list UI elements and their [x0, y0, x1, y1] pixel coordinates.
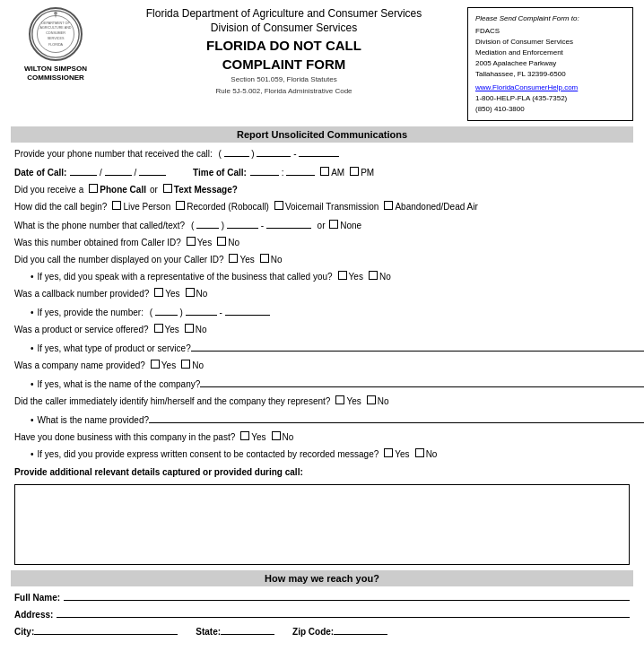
- callback-area[interactable]: [155, 305, 178, 316]
- row-additional-label: Provide additional relevant details capt…: [14, 466, 630, 479]
- statute1: Section 501.059, Florida Statutes: [108, 75, 460, 83]
- website-link[interactable]: www.FloridaConsumerHelp.com: [475, 83, 578, 91]
- did-call-no-checkbox[interactable]: [260, 254, 269, 263]
- speak-no-checkbox[interactable]: [369, 271, 378, 280]
- bullet-name: •: [30, 414, 34, 427]
- recorded-checkbox[interactable]: [176, 201, 185, 210]
- company-yes-checkbox[interactable]: [151, 360, 160, 369]
- row-full-name: Full Name:: [14, 590, 630, 603]
- section2-bar: How may we reach you?: [11, 570, 633, 586]
- statute2: Rule 5J-5.002, Florida Administrative Co…: [108, 87, 460, 95]
- company-no-checkbox[interactable]: [181, 360, 190, 369]
- svg-text:FLORIDA: FLORIDA: [48, 43, 64, 47]
- bullet-company: •: [30, 378, 34, 391]
- row-callback: Was a callback number provided? Yes No: [14, 288, 630, 300]
- provide-phone-label: Provide your phone number that received …: [14, 148, 213, 161]
- address-input[interactable]: [57, 607, 630, 618]
- seal-svg-graphic: DEPARTMENT OF AGRICULTURE AND CONSUMER S…: [30, 9, 81, 59]
- svg-point-8: [54, 12, 57, 15]
- callback-no-checkbox[interactable]: [186, 288, 195, 297]
- abandoned-label: Abandoned/Dead Air: [395, 201, 477, 213]
- phone-prefix[interactable]: [257, 146, 291, 157]
- date-label: Date of Call:: [14, 167, 66, 179]
- did-call-no-label: No: [271, 254, 283, 266]
- svg-text:SERVICES: SERVICES: [48, 37, 65, 40]
- full-name-label: Full Name:: [14, 593, 60, 603]
- date-day[interactable]: [105, 165, 132, 176]
- none-checkbox[interactable]: [329, 220, 338, 229]
- company-name-input[interactable]: [200, 377, 644, 387]
- speak-yes-checkbox[interactable]: [338, 271, 347, 280]
- phone-call-checkbox[interactable]: [89, 184, 98, 193]
- product-type-input[interactable]: [191, 341, 644, 352]
- product-yes-checkbox[interactable]: [154, 324, 163, 333]
- date-year[interactable]: [139, 165, 166, 176]
- consent-no-checkbox[interactable]: [415, 448, 424, 457]
- receive-label: Did you receive a: [14, 184, 83, 196]
- voicemail-checkbox[interactable]: [274, 201, 283, 210]
- name-provided-input[interactable]: [149, 412, 644, 423]
- if-yes-speak-label: If yes, did you speak with a representat…: [38, 271, 333, 283]
- text-message-checkbox[interactable]: [163, 184, 172, 193]
- pm-checkbox[interactable]: [350, 167, 359, 176]
- callback-prefix[interactable]: [186, 305, 217, 316]
- form-title-line1: FLORIDA DO NOT CALL: [108, 38, 460, 53]
- called-number[interactable]: [266, 218, 311, 229]
- caller-id-yes-label: Yes: [197, 237, 212, 249]
- row-callback-number: • If yes, provide the number: ( ) -: [30, 305, 630, 319]
- city-input[interactable]: [34, 624, 178, 635]
- business-no-label: No: [283, 431, 294, 444]
- caller-id-yes-checkbox[interactable]: [187, 237, 196, 246]
- callback-label: Was a callback number provided?: [14, 288, 149, 300]
- abandoned-checkbox[interactable]: [384, 201, 393, 210]
- caller-id-no-checkbox[interactable]: [217, 237, 226, 246]
- time-minute[interactable]: [286, 165, 315, 176]
- called-area[interactable]: [196, 218, 219, 229]
- row-product: Was a product or service offered? Yes No: [14, 324, 630, 336]
- row-caller-id: Was this number obtained from Caller ID?…: [14, 237, 630, 249]
- commissioner-name: WILTON SIMPSON COMMISSIONER: [24, 65, 87, 83]
- obtained-caller-id-label: Was this number obtained from Caller ID?: [14, 237, 181, 249]
- bullet-speak: •: [30, 271, 34, 283]
- consent-yes-checkbox[interactable]: [384, 448, 393, 457]
- send-line4: 2005 Apalachee Parkway: [475, 58, 625, 69]
- time-hour[interactable]: [250, 165, 279, 176]
- identify-no-label: No: [378, 395, 389, 408]
- row-date-time: Date of Call: / / Time of Call: : AM PM: [14, 165, 630, 179]
- called-prefix[interactable]: [227, 218, 258, 229]
- send-website[interactable]: www.FloridaConsumerHelp.com: [475, 82, 625, 93]
- section1-bar: Report Unsolicited Communications: [11, 126, 633, 143]
- row-city-state-zip: City: State: Zip Code:: [14, 624, 630, 637]
- business-yes-checkbox[interactable]: [240, 431, 249, 440]
- did-call-yes-checkbox[interactable]: [229, 254, 238, 263]
- row-company: Was a company name provided? Yes No: [14, 360, 630, 372]
- row-phone-or-text: Did you receive a Phone Call or Text Mes…: [14, 184, 630, 196]
- row-how-begin: How did the call begin? Live Person Reco…: [14, 201, 630, 213]
- pm-label: PM: [361, 167, 374, 179]
- form-title-line2: COMPLAINT FORM: [108, 56, 460, 72]
- am-checkbox[interactable]: [320, 167, 329, 176]
- svg-text:CONSUMER: CONSUMER: [46, 31, 65, 35]
- state-input[interactable]: [221, 624, 274, 635]
- product-no-checkbox[interactable]: [185, 324, 194, 333]
- identify-no-checkbox[interactable]: [367, 395, 376, 404]
- agency-line2: Division of Consumer Services: [108, 22, 460, 34]
- phone-dash1: -: [291, 148, 299, 161]
- row-did-call: Did you call the number displayed on you…: [14, 254, 630, 266]
- agency-line1: Florida Department of Agriculture and Co…: [108, 7, 460, 20]
- callback-yes-checkbox[interactable]: [154, 288, 163, 297]
- phone-area[interactable]: [224, 146, 249, 157]
- date-month[interactable]: [70, 165, 97, 176]
- callback-number[interactable]: [225, 305, 270, 316]
- additional-details-textarea[interactable]: [14, 484, 630, 565]
- speak-no-label: No: [379, 271, 391, 283]
- seal-logo: DEPARTMENT OF AGRICULTURE AND CONSUMER S…: [29, 7, 83, 61]
- phone-number[interactable]: [299, 146, 339, 157]
- full-name-input[interactable]: [64, 590, 630, 601]
- additional-details-label: Provide additional relevant details capt…: [14, 466, 303, 479]
- live-person-checkbox[interactable]: [112, 201, 121, 210]
- zip-input[interactable]: [334, 624, 387, 635]
- state-label: State:: [196, 627, 221, 637]
- identify-yes-checkbox[interactable]: [335, 395, 344, 404]
- business-no-checkbox[interactable]: [272, 431, 281, 440]
